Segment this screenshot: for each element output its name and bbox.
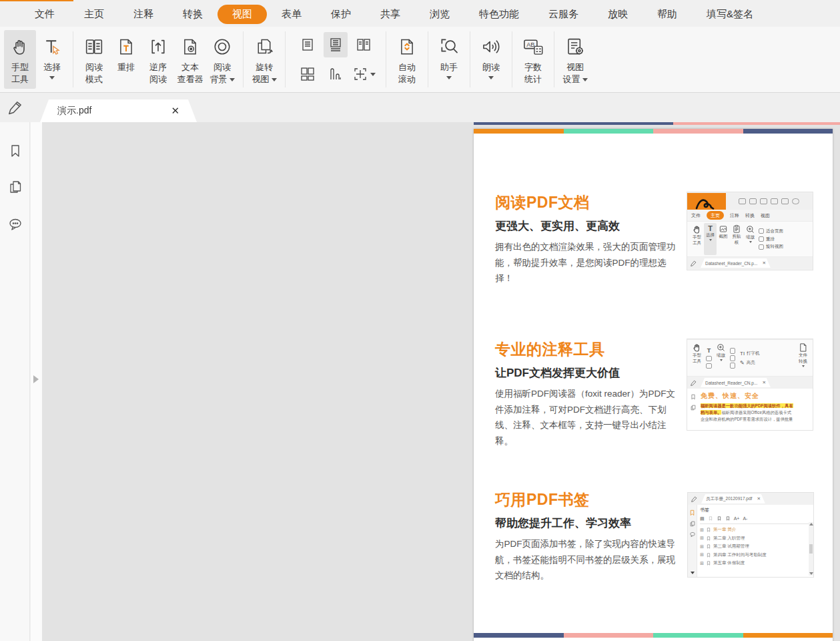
read-background-button[interactable]: 阅读 背景 xyxy=(206,30,238,89)
list-icon: ▤ xyxy=(700,516,705,521)
rotate-icon xyxy=(730,363,735,369)
ribbon-separator xyxy=(285,31,286,87)
sidebar-pages-button[interactable] xyxy=(7,178,23,196)
menu-item-share[interactable]: 共享 xyxy=(366,5,415,24)
mini-annot-toolbar: 手型 工具 T 缩放 xyxy=(687,339,813,377)
highlighted-text: 福昕阅读器是一款功能强大的PDF阅读软件，具有 xyxy=(701,403,793,408)
section1-body: 拥有出色的文档渲染效果，强大的页面管理功能，帮助提升效率，是您阅读PDF的理想选… xyxy=(495,239,679,286)
mini-menubar: 文件 主页 注释 转换 视图 xyxy=(687,210,813,221)
single-page-button[interactable] xyxy=(296,32,320,57)
hand-tool-label: 手型 工具 xyxy=(11,61,29,85)
ribbon-separator xyxy=(428,31,428,87)
continuous-page-button[interactable] xyxy=(324,32,348,57)
word-count-button[interactable]: AB 字数 统计 xyxy=(517,30,549,89)
ab-glyph: AB xyxy=(526,41,534,48)
menu-item-slideshow[interactable]: 放映 xyxy=(593,5,643,24)
mini-document-tab: Datasheet_Reader_CN.p... ✕ xyxy=(701,258,771,268)
mini-hand-tool: 手型 工具 xyxy=(690,341,704,375)
tab-close-icon[interactable]: ✕ xyxy=(171,105,179,117)
bookmark-panel-title: 书签 xyxy=(700,507,811,513)
mini-reflow-label: 重排 xyxy=(766,236,775,242)
read-background-icon xyxy=(211,33,234,60)
menu-item-fill-sign[interactable]: 填写&签名 xyxy=(692,5,768,24)
reflow-button[interactable]: 重排 xyxy=(110,30,142,89)
menu-item-protect[interactable]: 保护 xyxy=(316,5,366,24)
reflow-icon xyxy=(116,33,136,60)
sidebar-bookmarks-button[interactable] xyxy=(7,142,23,160)
mini-clipboard-label: 剪贴 板 xyxy=(733,234,741,246)
mini-hand-label: 手型 工具 xyxy=(693,353,701,365)
mini-snapshot-label: 截图 xyxy=(719,234,728,240)
page-bottom-stripe xyxy=(474,633,833,638)
plain-text: 企业和政府机构的PDF查看需求而设计，提供批量 xyxy=(701,416,809,423)
menu-item-convert[interactable]: 转换 xyxy=(168,5,218,24)
menu-item-view[interactable]: 视图 xyxy=(218,5,267,24)
mini-document-tab: Datasheet_Reader_CN.p... ✕ xyxy=(701,378,771,387)
menu-item-browse[interactable]: 浏览 xyxy=(415,5,464,24)
mini-menu-view: 视图 xyxy=(761,212,770,219)
assistant-button[interactable]: 助手 xyxy=(433,30,465,89)
mini-tabbar: Datasheet_Reader_CN.p... ✕ xyxy=(687,257,813,269)
clipboard-icon xyxy=(706,363,712,369)
split-view-button[interactable] xyxy=(324,61,348,87)
menu-item-help[interactable]: 帮助 xyxy=(643,5,692,24)
reflow-label: 重排 xyxy=(117,61,135,73)
quad-split-button[interactable] xyxy=(352,61,376,87)
fit-page-icon xyxy=(759,228,764,234)
view-settings-label: 视图 设置 xyxy=(563,61,588,85)
bookmark-label: 第五章 休假制度 xyxy=(713,560,745,566)
facing-page-button[interactable] xyxy=(352,32,376,57)
mini-scrollbar xyxy=(809,522,813,576)
view-settings-button[interactable]: 视图 设置 xyxy=(559,30,591,89)
panel-expand-handle[interactable] xyxy=(33,375,39,383)
page-top-stripe xyxy=(474,129,833,134)
tree-toggle-icon: ⊞ xyxy=(700,561,704,566)
mini-document-tab: 员工手册_20120917.pdf ✕ xyxy=(701,494,765,503)
foxit-logo xyxy=(687,193,726,210)
read-background-text: 阅读 背景 xyxy=(210,62,232,84)
mini-tab-close-icon: ✕ xyxy=(757,496,760,501)
reverse-read-button[interactable]: 逆序 阅读 xyxy=(142,30,174,89)
read-aloud-button[interactable]: 朗读 xyxy=(475,30,507,89)
screenshot-reader-ui: 文件 主页 注释 转换 视图 手型 工具 T 选择 xyxy=(687,192,813,270)
mini-comment-tools: TI打字机 ✎高亮 xyxy=(737,341,763,375)
auto-scroll-button[interactable]: 自动 滚动 xyxy=(391,30,423,89)
menu-item-file[interactable]: 文件 xyxy=(20,5,69,24)
hand-tool-button[interactable]: 手型 工具 xyxy=(4,30,36,89)
auto-scroll-icon xyxy=(397,33,417,60)
sidebar-comments-button[interactable] xyxy=(7,216,23,233)
bookmark-icon-active xyxy=(689,509,696,517)
mini-sidebar xyxy=(688,505,697,577)
mini-quick-access-icons xyxy=(735,198,799,204)
document-view[interactable]: 阅读PDF文档 更强大、更实用、更高效 拥有出色的文档渲染效果，强大的页面管理功… xyxy=(42,122,840,641)
menu-item-comment[interactable]: 注释 xyxy=(119,5,168,24)
read-mode-button[interactable]: 阅读 模式 xyxy=(78,30,110,89)
menu-item-features[interactable]: 特色功能 xyxy=(464,5,534,24)
text-viewer-button[interactable]: 文本 查看器 xyxy=(174,30,206,89)
screenshot-bookmarks-ui: 员工手册_20120917.pdf ✕ 书签 ▤ xyxy=(687,492,814,578)
chevron-down-icon xyxy=(709,239,712,241)
document-tab[interactable]: 演示.pdf ✕ xyxy=(40,99,197,122)
scroll-down-icon xyxy=(809,572,813,575)
pages-icon xyxy=(689,520,696,527)
menu-item-form[interactable]: 表单 xyxy=(267,5,316,24)
bookmark-item: ⊞ 第四章 工作时间与考勤制度 xyxy=(700,552,811,558)
reflow-icon xyxy=(759,236,764,242)
chevron-down-icon xyxy=(749,241,752,243)
pages-icon xyxy=(690,404,697,411)
annotation-pencil-icon[interactable] xyxy=(7,99,24,116)
mini-hand-label: 手型 工具 xyxy=(693,234,701,246)
menu-item-cloud[interactable]: 云服务 xyxy=(534,5,593,24)
menu-item-home[interactable]: 主页 xyxy=(69,5,119,24)
rotate-view-button[interactable]: 旋转 视图 xyxy=(248,30,280,89)
mini-tab-title: Datasheet_Reader_CN.p... xyxy=(705,261,757,266)
bookmark-item: ⊞ 第五章 休假制度 xyxy=(700,560,811,566)
section3-subheading: 帮助您提升工作、学习效率 xyxy=(495,515,631,531)
screenshot-annotation-ui: 手型 工具 T 缩放 xyxy=(687,339,813,431)
facing-continuous-button[interactable] xyxy=(296,61,320,87)
speaker-icon xyxy=(480,33,502,60)
ribbon-separator xyxy=(470,31,470,87)
select-tool-button[interactable]: 选择 xyxy=(36,30,68,89)
select-tool-label: 选择 xyxy=(43,61,61,73)
fit-page-icon xyxy=(730,348,735,354)
